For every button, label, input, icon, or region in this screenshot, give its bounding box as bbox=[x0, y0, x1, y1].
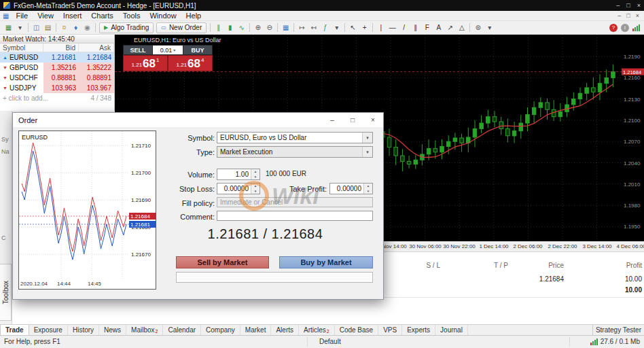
column-header-ask[interactable]: Ask bbox=[79, 44, 114, 52]
take-profit-up-icon[interactable]: ▲ bbox=[364, 184, 372, 189]
algo-trading-button[interactable]: ▶Algo Trading bbox=[99, 22, 154, 33]
column-header-bid[interactable]: Bid bbox=[43, 44, 79, 52]
tab-trade[interactable]: Trade bbox=[0, 325, 29, 335]
info-icon[interactable]: i bbox=[621, 24, 629, 32]
stop-loss-down-icon[interactable]: ▼ bbox=[251, 189, 260, 194]
sell-by-market-button[interactable]: Sell by Market bbox=[176, 256, 269, 268]
toolbox-vertical-tab[interactable]: Toolbox bbox=[0, 264, 12, 321]
indicators-icon[interactable]: ƒ bbox=[319, 22, 331, 33]
buy-by-market-button[interactable]: Buy by Market bbox=[279, 256, 373, 268]
crosshair-icon[interactable]: + bbox=[359, 22, 370, 33]
one-click-volume-input[interactable]: 0.01 ▾ bbox=[153, 45, 183, 55]
dialog-close-icon[interactable]: × bbox=[363, 113, 383, 127]
take-profit-down-icon[interactable]: ▼ bbox=[364, 189, 372, 194]
community-icon[interactable]: ◉ bbox=[82, 22, 93, 33]
menu-insert[interactable]: Insert bbox=[58, 12, 87, 20]
menu-charts[interactable]: Charts bbox=[86, 12, 118, 20]
type-dropdown-icon[interactable]: ▾ bbox=[362, 147, 372, 157]
tab-journal[interactable]: Journal bbox=[435, 325, 468, 335]
market-watch-row[interactable]: ▲EURUSD1.216811.21684 bbox=[0, 52, 114, 63]
menu-file[interactable]: File bbox=[11, 12, 33, 20]
click-to-add[interactable]: + click to add... bbox=[3, 94, 48, 102]
shapes-tool-icon[interactable]: △ bbox=[456, 22, 467, 33]
chart-shift-icon[interactable]: ↤ bbox=[308, 22, 319, 33]
timeframes-icon[interactable]: ▾ bbox=[331, 22, 342, 33]
profiles-icon[interactable]: ◫ bbox=[31, 22, 42, 33]
menu-window[interactable]: Window bbox=[145, 12, 181, 20]
fibonacci-icon[interactable]: F bbox=[421, 22, 433, 33]
tab-label: Calendar bbox=[168, 326, 196, 334]
tab-history[interactable]: History bbox=[68, 325, 99, 335]
new-chart-icon[interactable]: ▦ bbox=[3, 22, 14, 33]
volume-stepper[interactable]: 1.00 ▲ ▼ bbox=[217, 169, 260, 180]
chart-menu-icon[interactable]: ▦ bbox=[3, 12, 9, 20]
market-watch-row[interactable]: ▼GBPUSD1.352161.35222 bbox=[0, 63, 114, 73]
market-watch-row[interactable]: ▼USDJPY103.963103.967 bbox=[0, 83, 114, 93]
tab-news[interactable]: News bbox=[99, 325, 126, 335]
auto-scroll-icon[interactable]: ↦ bbox=[296, 22, 308, 33]
tab-alerts[interactable]: Alerts bbox=[271, 325, 299, 335]
horizontal-line-icon[interactable]: — bbox=[387, 22, 398, 33]
order-dialog-titlebar[interactable]: Order – □ × bbox=[13, 113, 383, 127]
symbol-dropdown-icon[interactable]: ▾ bbox=[362, 133, 372, 143]
buy-price-display[interactable]: 1.21 68 4 bbox=[168, 55, 213, 71]
volume-dropdown-icon[interactable]: ▾ bbox=[173, 48, 175, 52]
child-close-icon[interactable]: × bbox=[636, 12, 639, 19]
order-tick-chart[interactable]: 1.217101.217001.216901.216801.216701.216… bbox=[18, 130, 156, 290]
child-minimize-icon[interactable]: – bbox=[618, 12, 621, 19]
zoom-out-icon[interactable]: ⊖ bbox=[264, 22, 275, 33]
new-order-button[interactable]: ▭New Order bbox=[156, 22, 207, 33]
maximize-icon[interactable]: □ bbox=[626, 2, 630, 9]
strategy-tester-tab[interactable]: Strategy Tester bbox=[592, 325, 644, 335]
menu-view[interactable]: View bbox=[33, 12, 58, 20]
tab-exposure[interactable]: Exposure bbox=[29, 325, 68, 335]
sell-price-display[interactable]: 1.21 68 1 bbox=[123, 55, 168, 71]
line-chart-icon[interactable]: ∿ bbox=[236, 22, 247, 33]
tab-code-base[interactable]: Code Base bbox=[335, 325, 378, 335]
tab-mailbox[interactable]: Mailbox2 bbox=[126, 325, 163, 335]
deposit-icon[interactable]: ¤ bbox=[58, 22, 70, 33]
menu-help[interactable]: Help bbox=[181, 12, 207, 20]
symbol-select[interactable]: EURUSD, Euro vs US Dollar ▾ bbox=[217, 132, 373, 143]
arrows-tool-icon[interactable]: ↗ bbox=[444, 22, 456, 33]
take-profit-stepper[interactable]: 0.00000 ▲ ▼ bbox=[329, 183, 373, 194]
volume-up-icon[interactable]: ▲ bbox=[251, 169, 260, 175]
tab-market[interactable]: Market bbox=[240, 325, 272, 335]
accounts-icon[interactable]: ♦ bbox=[70, 22, 82, 33]
channel-icon[interactable]: ∥ bbox=[410, 22, 421, 33]
zoom-in-icon[interactable]: ⊕ bbox=[252, 22, 264, 33]
trendline-icon[interactable]: / bbox=[398, 22, 410, 33]
volume-down-icon[interactable]: ▼ bbox=[251, 175, 260, 180]
tile-windows-icon[interactable]: ▦ bbox=[280, 22, 291, 33]
chart-dropdown-icon[interactable]: ▾ bbox=[14, 22, 26, 33]
comment-input[interactable] bbox=[217, 211, 373, 221]
help-icon[interactable]: ? bbox=[609, 24, 618, 32]
candles-chart-icon[interactable]: ▮ bbox=[224, 22, 236, 33]
cursor-icon[interactable]: ↖ bbox=[347, 22, 359, 33]
column-header-symbol[interactable]: Symbol bbox=[0, 44, 43, 52]
settings-icon[interactable]: ⊛ bbox=[472, 22, 484, 33]
one-click-sell-button[interactable]: SELL bbox=[123, 45, 153, 55]
vertical-line-icon[interactable]: | bbox=[375, 22, 387, 33]
minimize-icon[interactable]: – bbox=[616, 2, 620, 9]
menu-tools[interactable]: Tools bbox=[118, 12, 145, 20]
child-restore-icon[interactable]: □ bbox=[626, 12, 630, 19]
order-type-select[interactable]: Market Execution ▾ bbox=[217, 146, 373, 158]
tab-vps[interactable]: VPS bbox=[378, 325, 402, 335]
stop-loss-up-icon[interactable]: ▲ bbox=[251, 184, 260, 189]
settings-dropdown-icon[interactable]: ▾ bbox=[484, 22, 495, 33]
close-icon[interactable]: × bbox=[637, 2, 641, 9]
one-click-buy-button[interactable]: BUY bbox=[183, 45, 213, 55]
tab-articles[interactable]: Articles2 bbox=[299, 325, 335, 335]
text-tool-icon[interactable]: A bbox=[433, 22, 444, 33]
tab-company[interactable]: Company bbox=[201, 325, 240, 335]
dialog-minimize-icon[interactable]: – bbox=[322, 113, 342, 127]
status-profile[interactable]: Default bbox=[319, 338, 341, 345]
dialog-maximize-icon[interactable]: □ bbox=[342, 113, 363, 127]
market-watch-row[interactable]: ▼USDCHF0.888810.88891 bbox=[0, 73, 114, 83]
templates-icon[interactable]: ▤ bbox=[42, 22, 54, 33]
bars-chart-icon[interactable]: ∥ bbox=[213, 22, 224, 33]
stop-loss-stepper[interactable]: 0.00000 ▲ ▼ bbox=[217, 183, 260, 194]
tab-experts[interactable]: Experts bbox=[402, 325, 435, 335]
tab-calendar[interactable]: Calendar bbox=[163, 325, 201, 335]
